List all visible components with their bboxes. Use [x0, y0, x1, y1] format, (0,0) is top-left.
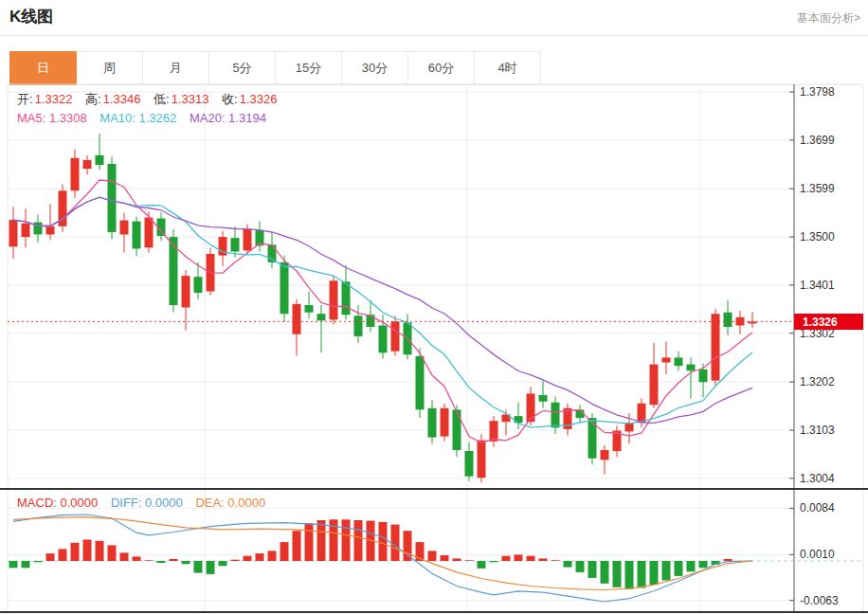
- macd-bar: [83, 540, 92, 562]
- macd-bar: [305, 523, 314, 561]
- candle-body: [317, 314, 326, 320]
- high-value: 1.3346: [103, 92, 141, 106]
- kline-page: K线图 基本面分析> 日 周 月 5分 15分 30分 60分 4时 1.379…: [0, 0, 868, 614]
- candle-body: [675, 357, 683, 366]
- macd-bar: [576, 561, 585, 572]
- current-price-badge-label: 1.3326: [803, 316, 838, 329]
- macd-bar: [207, 561, 215, 574]
- candle-body: [687, 365, 696, 371]
- macd-bar: [564, 561, 572, 568]
- diff-value: DIFF: 0.0000: [111, 496, 183, 510]
- macd-bar: [145, 560, 154, 561]
- macd-axis-tick: -0.0063: [800, 594, 839, 607]
- candle-body: [194, 277, 203, 293]
- macd-bar: [244, 556, 252, 561]
- macd-bar: [46, 553, 55, 561]
- candle-body: [699, 370, 708, 382]
- candle-body: [379, 326, 388, 353]
- macd-bar: [120, 552, 129, 561]
- candle-body: [601, 450, 609, 460]
- candle-body: [108, 164, 117, 232]
- candle-body: [490, 421, 498, 442]
- candle-body: [625, 423, 634, 431]
- candle-body: [527, 393, 535, 422]
- candle-body: [330, 280, 338, 319]
- high-label: 高:: [85, 92, 101, 106]
- macd-bar: [502, 556, 511, 561]
- macd-bar: [342, 519, 351, 561]
- macd-bar: [391, 525, 400, 561]
- y-axis-tick: 1.3599: [800, 182, 835, 195]
- candle-body: [465, 451, 474, 477]
- macd-bar: [231, 560, 240, 561]
- ma-legend: MA5: 1.3308 MA10: 1.3262 MA20: 1.3194: [17, 111, 276, 125]
- candle-body: [712, 314, 720, 380]
- candle-body: [453, 409, 461, 450]
- macd-bar: [662, 561, 671, 581]
- macd-bar: [354, 520, 363, 561]
- macd-bar: [157, 561, 166, 563]
- y-axis-tick: 1.3004: [800, 472, 835, 485]
- macd-bar: [71, 543, 80, 561]
- macd-bar: [34, 561, 43, 562]
- macd-bar: [490, 561, 498, 562]
- macd-bar: [601, 561, 609, 584]
- close-label: 收:: [222, 92, 238, 106]
- macd-bar: [9, 561, 18, 568]
- macd-bar: [527, 556, 535, 561]
- macd-bar: [441, 555, 449, 561]
- candle-body: [441, 408, 449, 437]
- candle-body: [231, 238, 240, 251]
- macd-bar: [453, 558, 461, 561]
- candle-body: [588, 418, 597, 459]
- dea-value: DEA: 0.0000: [195, 496, 265, 510]
- candle-body: [133, 222, 141, 249]
- macd-bar: [650, 561, 659, 585]
- macd-bar: [687, 561, 696, 571]
- candle-body: [280, 262, 289, 314]
- macd-bar: [465, 560, 474, 561]
- macd-bar: [22, 561, 30, 568]
- candle-body: [145, 218, 154, 248]
- candle-body: [120, 221, 129, 235]
- y-axis-tick: 1.3500: [800, 230, 835, 244]
- candle-body: [638, 404, 646, 424]
- macd-bar: [170, 559, 178, 561]
- low-label: 低:: [154, 92, 170, 106]
- axis-labels: 1.3798 1.3699 1.3599 1.3500 1.3401 1.330…: [794, 85, 863, 607]
- macd-bar: [317, 520, 326, 561]
- candle-body: [391, 321, 400, 351]
- macd-bar: [379, 522, 388, 561]
- macd-bar: [588, 561, 597, 578]
- y-axis-tick: 1.3103: [800, 424, 835, 437]
- candle-body: [342, 281, 351, 315]
- candle-body: [724, 313, 732, 327]
- ma20-legend: MA20: 1.3194: [190, 111, 266, 125]
- candle-body: [244, 229, 252, 251]
- candle-body: [9, 220, 18, 246]
- macd-axis-tick: 0.0010: [800, 548, 835, 561]
- macd-bar: [638, 561, 646, 588]
- ma10-legend: MA10: 1.3262: [99, 111, 176, 125]
- y-axis-tick: 1.3798: [800, 85, 835, 99]
- candle-body: [293, 304, 301, 334]
- candle-body: [354, 316, 363, 336]
- macd-bar: [699, 561, 708, 568]
- candle-body: [539, 395, 548, 402]
- candle-body: [662, 357, 671, 362]
- macd-bar: [675, 561, 683, 576]
- macd-bar: [256, 553, 264, 561]
- candle-body: [552, 403, 560, 428]
- macd-bar: [133, 556, 141, 561]
- macd-bar: [182, 561, 190, 564]
- macd-bar: [478, 561, 486, 569]
- macd-bar: [428, 551, 437, 561]
- open-label: 开:: [17, 92, 33, 106]
- macd-legend: MACD: 0.0000 DIFF: 0.0000 DEA: 0.0000: [17, 496, 275, 510]
- macd-bar: [293, 531, 301, 561]
- candle-body: [34, 223, 43, 235]
- open-value: 1.3322: [35, 92, 73, 106]
- candle-body: [96, 155, 104, 165]
- candle-body: [478, 441, 486, 479]
- candle-body: [182, 276, 190, 307]
